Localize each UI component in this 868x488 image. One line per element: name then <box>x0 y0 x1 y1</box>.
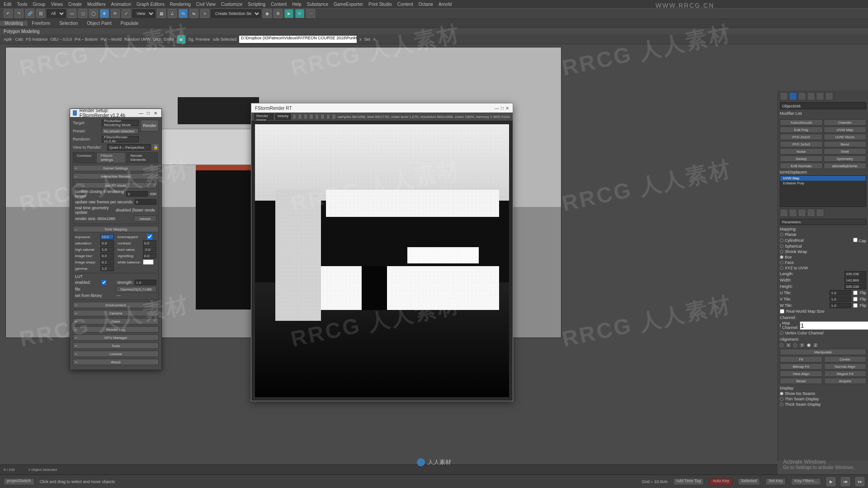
tab-common[interactable]: Common <box>73 152 95 163</box>
ref-coord[interactable]: View <box>132 9 155 18</box>
mod-editnormals[interactable]: Edit Normals <box>780 163 823 169</box>
setkey-button[interactable]: Set Key <box>765 478 786 485</box>
aux-pvtworld[interactable]: Pvt – World <box>101 37 122 42</box>
tm-wb-swatch[interactable] <box>143 259 154 265</box>
viewalign-button[interactable]: View Align <box>780 371 822 377</box>
ribbon-selection[interactable]: Selection <box>55 21 82 26</box>
ribbon-objectpaint[interactable]: Object Paint <box>82 21 116 26</box>
map-cylindrical[interactable]: Cylindrical Cap <box>780 238 866 243</box>
aux-aptk[interactable]: Aptk · Calc <box>4 37 24 42</box>
menu-animation[interactable]: Animation <box>111 2 131 7</box>
aux-sgpreview[interactable]: Sg. Preview <box>189 37 210 42</box>
material-editor-icon[interactable]: ◉ <box>263 9 272 18</box>
normalalign-button[interactable]: Normal Align <box>824 363 867 370</box>
object-name-field[interactable]: Object046 <box>780 102 866 109</box>
show-end-icon[interactable] <box>789 209 797 217</box>
display-tab-icon[interactable] <box>816 92 824 100</box>
run-rt-button[interactable]: run RT mode <box>75 182 156 188</box>
mod-bend[interactable]: Bend <box>824 141 867 147</box>
menu-rendering[interactable]: Rendering <box>170 2 191 7</box>
ribbon-populate[interactable]: Populate <box>116 21 143 26</box>
render-setup-dialog[interactable]: Render Setup: FStormRender v1.2.4b —□✕ T… <box>70 108 162 370</box>
mod-ationalbyel[interactable]: ationalByEleme <box>824 163 867 169</box>
bitmapfit-button[interactable]: Bitmap Fit <box>780 363 822 370</box>
rollout-gpumanager[interactable]: GPU Manager <box>73 334 159 341</box>
more-icon[interactable]: ⋯ <box>306 9 315 18</box>
realworld-check[interactable] <box>780 309 784 314</box>
geoupd-dropdown[interactable]: disabled (faster rende <box>116 208 156 212</box>
renderer-dropdown[interactable]: FStormRender v1.2.4b <box>102 136 139 142</box>
lut-enabled[interactable] <box>102 280 106 285</box>
make-unique-icon[interactable] <box>798 209 806 217</box>
mod-noise[interactable]: Noise <box>780 148 823 155</box>
menu-arnold[interactable]: Arnold <box>439 2 452 7</box>
tm-blur[interactable] <box>100 253 114 258</box>
mirror-icon[interactable]: ⇋ <box>189 9 198 18</box>
map-planar[interactable]: Planar <box>780 232 866 237</box>
menu-civilview[interactable]: Civil View <box>196 2 216 7</box>
motion-tab-icon[interactable] <box>807 92 815 100</box>
mapchannel-value[interactable] <box>800 321 868 330</box>
map-xyz[interactable]: XYZ to UVW <box>780 266 866 270</box>
addtimetag-button[interactable]: Add Time Tag <box>673 478 704 485</box>
remove-mod-icon[interactable] <box>807 209 815 217</box>
aux-a[interactable]: A <box>373 37 376 42</box>
render-icon[interactable]: ▶ <box>284 9 293 18</box>
aux-pvtbottom[interactable]: Pvt – Bottom <box>75 37 98 42</box>
uflip[interactable] <box>853 291 858 295</box>
rt-settings-icon[interactable] <box>332 114 335 119</box>
timeline[interactable]: 0 / 100 1 Object Selected <box>0 465 778 474</box>
aux-x[interactable]: x <box>359 37 362 42</box>
tm-sharp[interactable] <box>100 259 114 265</box>
rollout-camera[interactable]: Camera <box>73 310 159 316</box>
menu-customize[interactable]: Customize <box>221 2 242 7</box>
map-spherical[interactable]: Spherical <box>780 244 866 249</box>
axis-z[interactable]: Z <box>812 343 819 348</box>
wflip[interactable] <box>853 303 858 308</box>
mod-symmetry[interactable]: Symmetry <box>824 155 867 162</box>
lock-view-icon[interactable]: 🔒 <box>152 144 159 150</box>
tm-contrast[interactable] <box>143 240 156 246</box>
hierarchy-tab-icon[interactable] <box>798 92 806 100</box>
rollout-kernel[interactable]: Kernel Settings <box>73 165 159 171</box>
mod-sweep[interactable]: Sweep <box>780 155 823 162</box>
main-menu-bar[interactable]: Edit Tools Group Views Create Modifiers … <box>0 0 868 8</box>
select-icon[interactable]: ▭ <box>67 9 76 18</box>
maximize-icon[interactable]: □ <box>145 111 151 116</box>
utilities-tab-icon[interactable] <box>825 92 833 100</box>
close-icon[interactable]: ✕ <box>152 111 159 116</box>
wtile[interactable] <box>830 303 851 308</box>
render-setup-icon[interactable]: ⚙ <box>274 9 283 18</box>
tab-fstorm[interactable]: FStorm settings <box>96 152 125 163</box>
aux-obj000[interactable]: OBJ – 0,0,0 <box>51 37 72 42</box>
rollout-license[interactable]: License <box>73 351 159 357</box>
target-dropdown[interactable]: Production Rendering Mode <box>102 120 139 126</box>
tm-gamma[interactable] <box>100 266 114 271</box>
map-face[interactable]: Face <box>780 260 866 265</box>
rt-titlebar[interactable]: FStormRender RT —□✕ <box>251 103 513 113</box>
view-dropdown[interactable]: Quad 4 – Perspective <box>107 144 151 150</box>
disp-thin[interactable]: Thin Seam Display <box>780 397 866 401</box>
mod-ffd222[interactable]: FFD 2x2x2 <box>780 134 823 140</box>
play-icon[interactable]: ▶ <box>826 477 835 486</box>
select-lasso-icon[interactable]: ◯ <box>89 9 98 18</box>
mod-uvwmap[interactable]: UVW Map <box>824 127 867 133</box>
acquire-button[interactable]: Acquire <box>824 378 867 384</box>
refresh-button[interactable]: refresh <box>134 216 156 222</box>
mod-turbosmooth[interactable]: TurboSmooth <box>780 119 823 126</box>
width-field[interactable] <box>844 277 866 283</box>
menu-views[interactable]: Views <box>51 2 63 7</box>
modifier-list-dropdown[interactable]: Modifier List <box>780 111 866 118</box>
rt-pause-icon[interactable] <box>309 114 313 119</box>
move-icon[interactable]: ✥ <box>100 9 109 18</box>
ribbon-modeling[interactable]: Modeling <box>0 21 28 26</box>
goto-end-icon[interactable]: ⏭ <box>855 477 864 486</box>
mod-chamfer[interactable]: Chamfer <box>824 119 867 126</box>
keyfilters-button[interactable]: Key Filters… <box>791 478 821 485</box>
snap-icon[interactable]: ▦ <box>157 9 166 18</box>
create-selection-set[interactable]: Create Selection Se <box>211 9 261 18</box>
stack-uvwmap[interactable]: UVW Map <box>780 176 866 181</box>
unlink-icon[interactable]: ⛓ <box>36 9 45 18</box>
menu-modifiers[interactable]: Modifiers <box>87 2 106 7</box>
rt-min-icon[interactable]: — <box>495 106 499 111</box>
